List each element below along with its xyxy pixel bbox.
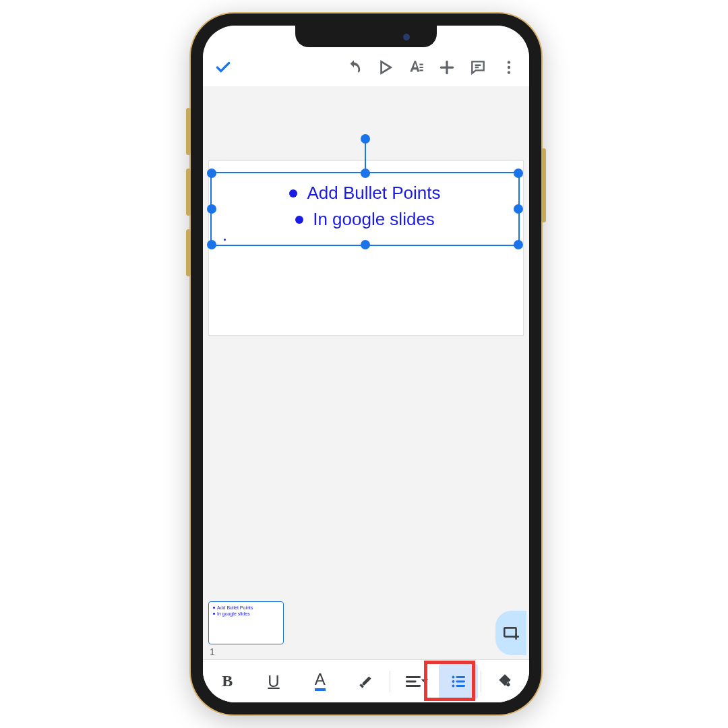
svg-point-1 (508, 66, 510, 69)
check-icon (214, 59, 232, 76)
bulleted-list-icon (450, 673, 467, 690)
bullet-list[interactable]: Add Bullet Points In google slides (212, 173, 518, 239)
bold-button[interactable]: B (204, 664, 251, 699)
selected-textbox[interactable]: Add Bullet Points In google slides (210, 172, 520, 246)
text-format-icon (407, 59, 425, 76)
text-color-icon: A (315, 671, 326, 691)
more-button[interactable] (494, 53, 524, 82)
text-format-button[interactable] (401, 53, 431, 82)
plus-icon (438, 59, 456, 76)
chevron-down-icon (416, 672, 433, 690)
present-button[interactable] (370, 53, 400, 82)
done-button[interactable] (208, 53, 238, 82)
bullet-text-2: In google slides (313, 206, 435, 233)
slide[interactable]: Add Bullet Points In google slides (208, 160, 524, 336)
slide-number: 1 (210, 646, 524, 657)
slide-thumbnail-1[interactable]: Add Bullet Points In google slides (208, 601, 284, 644)
top-toolbar (203, 49, 529, 86)
new-slide-icon (502, 624, 520, 642)
bullet-dot-icon (289, 189, 297, 198)
new-slide-button[interactable] (495, 611, 526, 655)
format-bar: B U A (203, 659, 529, 702)
thumb-line-2: In google slides (213, 611, 279, 617)
svg-point-4 (452, 675, 455, 678)
highlighter-icon (357, 673, 375, 690)
insert-button[interactable] (432, 53, 462, 82)
undo-icon (345, 59, 363, 76)
highlighter-button[interactable] (343, 664, 390, 699)
svg-point-0 (508, 61, 510, 63)
fill-color-button[interactable] (481, 664, 528, 699)
phone-screen: Add Bullet Points In google slides Add B… (203, 26, 529, 702)
resize-handle-tm[interactable] (361, 169, 370, 178)
svg-point-5 (452, 680, 455, 683)
bullet-text-1: Add Bullet Points (307, 180, 440, 206)
paint-bucket-icon (496, 673, 514, 690)
resize-handle-br[interactable] (514, 240, 523, 249)
underline-button[interactable]: U (251, 664, 297, 699)
play-icon (376, 59, 394, 76)
comment-icon (469, 59, 487, 76)
bullet-line-1[interactable]: Add Bullet Points (229, 180, 501, 206)
resize-handle-bm[interactable] (361, 240, 370, 249)
svg-point-6 (452, 684, 455, 687)
thumb-line-1: Add Bullet Points (213, 605, 279, 611)
bulleted-list-button[interactable] (439, 664, 478, 699)
align-button[interactable] (390, 664, 437, 699)
undo-button[interactable] (339, 53, 369, 82)
resize-handle-mr[interactable] (514, 204, 523, 214)
svg-point-2 (508, 71, 510, 73)
bold-icon: B (222, 672, 233, 690)
slide-thumbnails: Add Bullet Points In google slides 1 (203, 599, 529, 659)
resize-handle-tr[interactable] (514, 169, 523, 178)
phone-notch (295, 26, 437, 47)
bullet-dot-icon (295, 216, 303, 224)
comment-button[interactable] (463, 53, 493, 82)
resize-handle-ml[interactable] (207, 204, 216, 214)
svg-rect-3 (504, 628, 516, 636)
resize-handle-bl[interactable] (207, 240, 216, 249)
underline-icon: U (268, 672, 279, 691)
text-caret (224, 239, 226, 241)
bullet-line-2[interactable]: In google slides (229, 206, 501, 233)
phone-frame: Add Bullet Points In google slides Add B… (191, 13, 541, 715)
text-color-button[interactable]: A (297, 664, 343, 699)
more-vert-icon (500, 59, 518, 76)
resize-handle-tl[interactable] (207, 169, 216, 178)
slide-canvas[interactable]: Add Bullet Points In google slides Add B… (203, 86, 529, 702)
